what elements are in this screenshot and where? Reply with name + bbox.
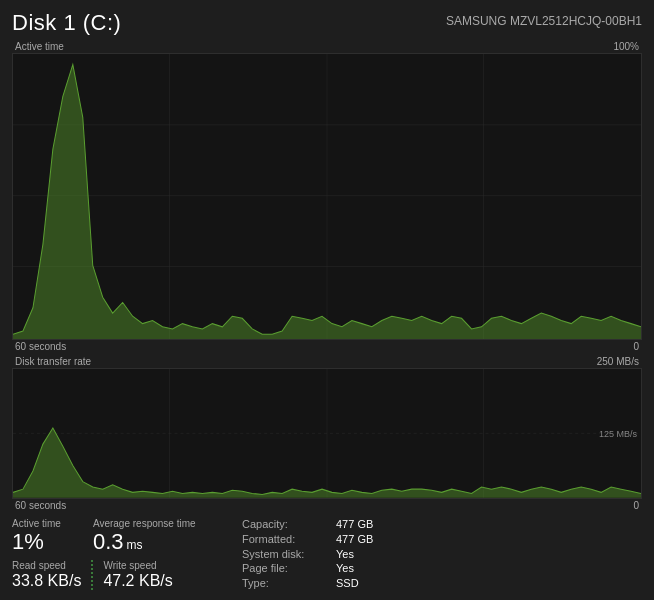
read-speed-label: Read speed bbox=[12, 560, 81, 571]
active-time-stat-value: 1% bbox=[12, 530, 61, 554]
disk-model: SAMSUNG MZVL2512HCJQ-00BH1 bbox=[446, 14, 642, 28]
active-time-stat: Active time 1% bbox=[12, 518, 61, 554]
disk-title: Disk 1 (C:) bbox=[12, 10, 121, 36]
avg-response-label: Average response time bbox=[93, 518, 196, 529]
transfer-footer-right: 0 bbox=[633, 500, 639, 511]
active-time-max: 100% bbox=[613, 41, 639, 52]
type-value: SSD bbox=[336, 577, 373, 590]
capacity-value: 477 GB bbox=[336, 518, 373, 531]
system-disk-value: Yes bbox=[336, 548, 373, 561]
avg-response-value: 0.3 bbox=[93, 530, 124, 554]
avg-response-stat: Average response time 0.3 ms bbox=[93, 518, 196, 554]
transfer-footer-left: 60 seconds bbox=[15, 500, 66, 511]
transfer-rate-max: 250 MB/s bbox=[597, 356, 639, 367]
active-time-stat-label: Active time bbox=[12, 518, 61, 529]
avg-response-unit: ms bbox=[127, 538, 143, 552]
page-file-value: Yes bbox=[336, 562, 373, 575]
write-speed-value: 47.2 KB/s bbox=[103, 572, 172, 590]
transfer-chart-footer: 60 seconds 0 bbox=[12, 499, 642, 512]
transfer-rate-chart bbox=[13, 369, 641, 498]
write-speed-stat: Write speed 47.2 KB/s bbox=[93, 560, 172, 590]
formatted-value: 477 GB bbox=[336, 533, 373, 546]
active-time-footer-left: 60 seconds bbox=[15, 341, 66, 352]
active-chart-footer: 60 seconds 0 bbox=[12, 340, 642, 353]
active-time-label: Active time bbox=[15, 41, 64, 52]
transfer-mid-label: 125 MB/s bbox=[599, 429, 637, 439]
header: Disk 1 (C:) SAMSUNG MZVL2512HCJQ-00BH1 bbox=[12, 10, 642, 36]
main-container: Disk 1 (C:) SAMSUNG MZVL2512HCJQ-00BH1 A… bbox=[0, 0, 654, 600]
page-file-label: Page file: bbox=[242, 562, 332, 575]
active-time-footer-right: 0 bbox=[633, 341, 639, 352]
write-speed-label: Write speed bbox=[103, 560, 172, 571]
formatted-label: Formatted: bbox=[242, 533, 332, 546]
transfer-rate-label: Disk transfer rate bbox=[15, 356, 91, 367]
chart-section: Active time 100% 60 seconds bbox=[12, 40, 642, 512]
read-speed-value: 33.8 KB/s bbox=[12, 572, 81, 590]
read-speed-stat: Read speed 33.8 KB/s bbox=[12, 560, 93, 590]
active-time-chart bbox=[13, 54, 641, 339]
disk-info-table: Capacity: 477 GB Formatted: 477 GB Syste… bbox=[242, 518, 373, 590]
transfer-chart-header: Disk transfer rate 250 MB/s bbox=[12, 355, 642, 368]
stats-section: Active time 1% Average response time 0.3… bbox=[12, 518, 642, 590]
active-chart-header: Active time 100% bbox=[12, 40, 642, 53]
type-label: Type: bbox=[242, 577, 332, 590]
capacity-label: Capacity: bbox=[242, 518, 332, 531]
system-disk-label: System disk: bbox=[242, 548, 332, 561]
